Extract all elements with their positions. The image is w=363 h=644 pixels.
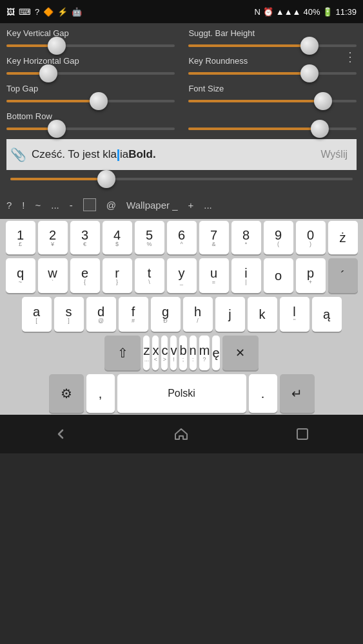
time: 11:39 <box>335 7 357 17</box>
sym-at[interactable]: @ <box>106 200 116 211</box>
key-b[interactable]: b; <box>179 336 186 370</box>
status-right-icons: N ⏰ ▲▲▲ 40% 🔋 11:39 <box>254 7 357 17</box>
key-t[interactable]: t\ <box>135 258 164 293</box>
key-z-special[interactable]: ż <box>328 221 358 254</box>
key-h[interactable]: h/ <box>183 297 213 332</box>
home-button[interactable] <box>162 421 201 447</box>
key-vertical-gap-slider[interactable] <box>6 39 175 52</box>
key-7[interactable]: 7& <box>199 221 229 254</box>
key-w[interactable]: w` <box>38 258 68 293</box>
key-vertical-gap-setting: Key Vertical Gap <box>6 28 175 52</box>
top-gap-setting: Top Gap <box>6 84 175 108</box>
key-f[interactable]: f# <box>119 297 148 332</box>
key-s[interactable]: s] <box>54 297 84 332</box>
bottom-row-label: Bottom Row <box>6 111 175 121</box>
key-r[interactable]: r} <box>103 258 132 293</box>
sym-hash[interactable]: + <box>188 200 194 211</box>
key-j[interactable]: j <box>215 297 245 332</box>
bottom-row-right-slider[interactable] <box>188 122 357 135</box>
key-3[interactable]: 3€ <box>70 221 100 254</box>
key-9[interactable]: 9( <box>264 221 293 254</box>
key-a[interactable]: a[ <box>22 297 52 332</box>
wallpaper-label[interactable]: Wallpaper _ <box>126 200 177 211</box>
font-size-setting: Font Size <box>188 84 357 108</box>
android-icon: 🤖 <box>72 7 82 17</box>
wallpaper-row: ? ! ~ ... - @ Wallpaper _ + ... <box>0 191 363 219</box>
text-bold: Bold. <box>128 148 156 160</box>
extra-slider[interactable] <box>6 173 357 185</box>
top-gap-slider[interactable] <box>6 95 175 108</box>
keyboard-icon: ⌨ <box>19 7 31 17</box>
settings-row-2: Key Horizontal Gap Key Roundness <box>6 56 357 80</box>
font-size-slider[interactable] <box>188 95 357 108</box>
key-z[interactable]: z... <box>143 336 150 370</box>
key-4[interactable]: 4$ <box>103 221 132 254</box>
key-e-ogonek[interactable]: ę <box>212 336 219 370</box>
shift-row: ⇧ z... x< c> v! b; n: m? ę ✕ <box>0 334 363 372</box>
asdf-row: a[ s] d@ f# gÐ h/ j k l" ą <box>0 295 363 334</box>
enter-key[interactable]: ↵ <box>280 374 315 413</box>
key-5[interactable]: 5% <box>135 221 164 254</box>
key-y[interactable]: y_ <box>167 258 197 293</box>
key-roundness-slider[interactable] <box>188 67 357 80</box>
send-button[interactable]: Wyślij <box>315 149 353 160</box>
key-g[interactable]: gÐ <box>151 297 181 332</box>
key-accent[interactable]: ´ <box>328 258 358 293</box>
delete-key[interactable]: ✕ <box>222 336 259 370</box>
key-horizontal-gap-slider[interactable] <box>6 67 175 80</box>
sym-extra[interactable]: ... <box>204 200 212 211</box>
key-n[interactable]: n: <box>190 336 197 370</box>
key-m[interactable]: m? <box>199 336 210 370</box>
suggt-bar-height-setting: Suggt. Bar Height <box>188 28 357 52</box>
key-o[interactable]: o <box>264 258 293 293</box>
space-key[interactable]: Polski <box>117 374 246 413</box>
period-key[interactable]: . <box>249 374 277 413</box>
key-2[interactable]: 2¥ <box>38 221 68 254</box>
key-horizontal-gap-setting: Key Horizontal Gap <box>6 56 175 80</box>
status-bar: 🖼 ⌨ ? 🔶 ⚡ 🤖 N ⏰ ▲▲▲ 40% 🔋 11:39 <box>0 0 363 23</box>
key-p[interactable]: p+ <box>296 258 326 293</box>
key-v[interactable]: v! <box>170 336 177 370</box>
settings-row-1: Key Vertical Gap Suggt. Bar Height <box>6 28 357 52</box>
sym-ellipsis[interactable]: ... <box>51 200 59 211</box>
alarm-icon: ⏰ <box>263 7 273 17</box>
key-u[interactable]: u= <box>199 258 229 293</box>
key-6[interactable]: 6^ <box>167 221 197 254</box>
nfc-icon: N <box>254 7 260 17</box>
battery-percent: 40% <box>303 7 320 17</box>
key-x[interactable]: x< <box>152 336 159 370</box>
key-0[interactable]: 0) <box>296 221 326 254</box>
key-8[interactable]: 8* <box>231 221 261 254</box>
sym-dash[interactable]: - <box>70 200 73 211</box>
key-1[interactable]: 1£ <box>6 221 35 254</box>
key-e[interactable]: e{ <box>70 258 100 293</box>
key-d[interactable]: d@ <box>86 297 116 332</box>
recents-button[interactable] <box>283 421 322 447</box>
key-l[interactable]: l" <box>280 297 309 332</box>
sym-question[interactable]: ? <box>6 200 12 211</box>
comma-key[interactable]: , <box>86 374 115 413</box>
sym-tilde[interactable]: ~ <box>35 200 41 211</box>
settings-row-3: Top Gap Font Size <box>6 84 357 108</box>
usb-icon: ⚡ <box>57 7 68 17</box>
bottom-row-slider[interactable] <box>6 122 175 135</box>
key-k[interactable]: k <box>248 297 277 332</box>
shift-key[interactable]: ⇧ <box>104 336 141 370</box>
key-a-ogonek[interactable]: ą <box>312 297 342 332</box>
key-vertical-gap-label: Key Vertical Gap <box>6 28 175 38</box>
back-button[interactable] <box>41 421 80 447</box>
key-i[interactable]: i| <box>231 258 261 293</box>
wallpaper-square[interactable] <box>83 198 96 211</box>
battery-icon: 🔋 <box>322 7 333 17</box>
sym-exclaim[interactable]: ! <box>22 200 25 211</box>
qwerty-row: q~ w` e{ r} t\ y_ u= i| o p+ ´ <box>0 256 363 295</box>
settings-row-4: Bottom Row <box>6 111 357 135</box>
bottom-row: ⚙ , Polski . ↵ <box>0 372 363 415</box>
key-c[interactable]: c> <box>161 336 168 370</box>
keyboard: 1£ 2¥ 3€ 4$ 5% 6^ 7& 8* 9( 0) ż q~ w` e{… <box>0 219 363 415</box>
suggt-bar-height-slider[interactable] <box>188 39 357 52</box>
key-horizontal-gap-label: Key Horizontal Gap <box>6 56 175 66</box>
text-input-area[interactable]: 📎 Cześć. To jest klaiaBold. Wyślij <box>6 139 357 170</box>
key-q[interactable]: q~ <box>6 258 35 293</box>
settings-key[interactable]: ⚙ <box>49 374 84 413</box>
